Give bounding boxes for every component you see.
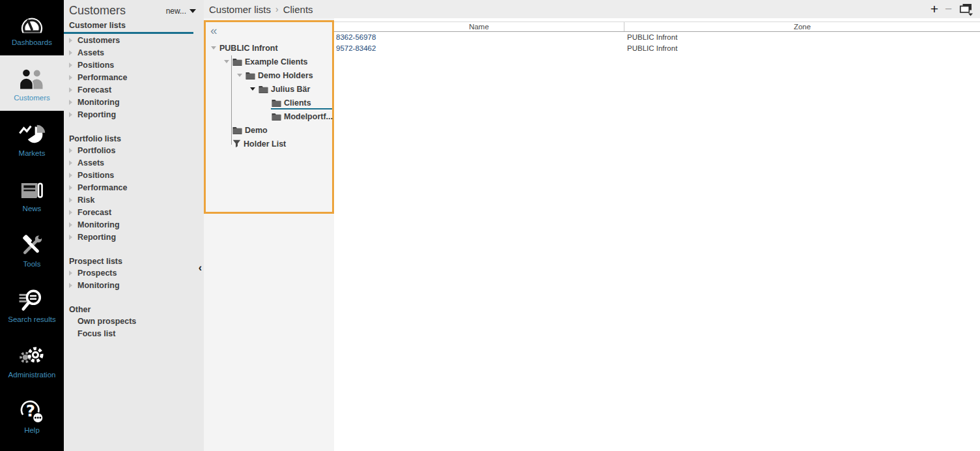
newspaper-icon bbox=[19, 176, 45, 203]
sidebar-item-forecast[interactable]: Forecast bbox=[69, 83, 204, 96]
nav-item-markets[interactable]: Markets bbox=[0, 111, 64, 166]
sidebar-item-label: Focus list bbox=[77, 329, 115, 338]
sidebar-item-monitoring[interactable]: Monitoring bbox=[69, 218, 204, 231]
sidebar-section-prospect-lists: Prospect listsProspectsMonitoring bbox=[69, 256, 204, 291]
tree-node-example-clients[interactable]: Example Clients bbox=[206, 55, 332, 68]
sidebar-item-label: Assets bbox=[77, 48, 104, 57]
tree-node-label: Clients bbox=[284, 98, 311, 108]
folder-icon bbox=[245, 72, 255, 80]
sidebar-item-monitoring[interactable]: Monitoring bbox=[69, 279, 204, 291]
sidebar-header: Customers new... bbox=[64, 0, 204, 19]
nav-item-help[interactable]: ? Help bbox=[0, 388, 64, 443]
sidebar-item-label: Reporting bbox=[77, 110, 116, 119]
stacked-windows-icon[interactable] bbox=[959, 3, 973, 16]
new-menu-button[interactable]: new... bbox=[166, 7, 196, 16]
folder-icon bbox=[232, 126, 242, 134]
tree-node-julius-b-r[interactable]: Julius Bär bbox=[206, 82, 332, 96]
expand-arrow-icon bbox=[69, 210, 77, 215]
minimize-button[interactable]: − bbox=[945, 3, 952, 16]
sidebar-item-customers[interactable]: Customers bbox=[69, 34, 204, 46]
sidebar-title: Customers bbox=[69, 4, 126, 18]
column-header-name[interactable]: Name bbox=[334, 22, 624, 31]
sidebar-item-assets[interactable]: Assets bbox=[69, 46, 204, 59]
gears-icon bbox=[18, 342, 46, 370]
collapse-panel-icon[interactable]: « bbox=[210, 23, 217, 38]
breadcrumb-separator-icon: › bbox=[271, 4, 283, 14]
cell-zone: PUBLIC Infront bbox=[624, 32, 980, 43]
nav-item-news[interactable]: News bbox=[0, 166, 64, 222]
sidebar-item-performance[interactable]: Performance bbox=[69, 181, 204, 194]
chevron-down-icon bbox=[189, 9, 196, 13]
sidebar-item-forecast[interactable]: Forecast bbox=[69, 206, 204, 218]
gauge-icon bbox=[19, 10, 45, 37]
expand-arrow-icon bbox=[69, 100, 77, 105]
breadcrumb: Customer lists › Clients bbox=[204, 4, 313, 15]
tree-node-demo[interactable]: Demo bbox=[206, 123, 332, 137]
sidebar-item-positions[interactable]: Positions bbox=[69, 169, 204, 181]
sidebar-collapse-handle[interactable]: ‹ bbox=[197, 262, 203, 274]
tree-node-label: Modelportf... bbox=[284, 112, 333, 121]
tree-node-demo-holders[interactable]: Demo Holders bbox=[206, 68, 332, 82]
sidebar-item-prospects[interactable]: Prospects bbox=[69, 267, 204, 279]
sidebar-item-risk[interactable]: Risk bbox=[69, 194, 204, 206]
sidebar-item-label: Monitoring bbox=[77, 281, 120, 290]
folder-tree: PUBLIC Infront Example Clients Demo Hold… bbox=[206, 41, 332, 151]
people-icon bbox=[18, 65, 46, 93]
nav-item-customers[interactable]: Customers bbox=[0, 55, 64, 111]
table-row[interactable]: 8362-56978PUBLIC Infront bbox=[334, 32, 980, 43]
table-row[interactable]: 9572-83462PUBLIC Infront bbox=[334, 43, 980, 54]
nav-item-search-results[interactable]: Search results bbox=[0, 277, 64, 332]
expander-triangle-icon[interactable] bbox=[250, 87, 259, 91]
sidebar-item-performance[interactable]: Performance bbox=[69, 71, 204, 83]
tree-node-holder-list[interactable]: Holder List bbox=[206, 137, 332, 151]
tree-node-public-infront[interactable]: PUBLIC Infront bbox=[206, 41, 332, 55]
add-window-button[interactable]: + bbox=[931, 3, 938, 16]
tree-node-label: Holder List bbox=[244, 139, 286, 149]
expand-arrow-icon bbox=[69, 38, 77, 43]
sidebar-item-reporting[interactable]: Reporting bbox=[69, 231, 204, 243]
nav-item-administration[interactable]: Administration bbox=[0, 332, 64, 388]
sidebar-item-portfolios[interactable]: Portfolios bbox=[69, 144, 204, 156]
expand-arrow-icon bbox=[69, 63, 77, 68]
sidebar-item-assets[interactable]: Assets bbox=[69, 156, 204, 169]
expander-triangle-icon[interactable] bbox=[224, 60, 232, 63]
column-header-zone[interactable]: Zone bbox=[624, 22, 980, 31]
breadcrumb-segment-clients[interactable]: Clients bbox=[283, 4, 313, 15]
expand-arrow-icon bbox=[69, 75, 77, 80]
nav-item-label: Dashboards bbox=[12, 38, 52, 46]
sidebar-item-positions[interactable]: Positions bbox=[69, 59, 204, 71]
section-heading: Prospect lists bbox=[69, 256, 204, 267]
tree-node-modelportf[interactable]: Modelportf... bbox=[206, 109, 332, 123]
expand-arrow-icon bbox=[69, 148, 77, 153]
table-header: Name Zone bbox=[334, 22, 980, 32]
tree-node-label: Example Clients bbox=[245, 57, 308, 66]
tree-node-label: Demo Holders bbox=[258, 71, 313, 80]
sidebar-item-label: Customers bbox=[77, 36, 120, 45]
sidebar-item-monitoring[interactable]: Monitoring bbox=[69, 96, 204, 108]
nav-item-label: Help bbox=[24, 426, 40, 434]
tree-panel: « PUBLIC Infront Example Clients Demo Ho… bbox=[204, 18, 334, 451]
cell-name[interactable]: 9572-83462 bbox=[334, 43, 624, 54]
tree-node-clients[interactable]: Clients bbox=[206, 96, 332, 109]
expand-arrow-icon bbox=[69, 173, 77, 178]
nav-item-tools[interactable]: Tools bbox=[0, 222, 64, 277]
results-table-area: Name Zone 8362-56978PUBLIC Infront9572-8… bbox=[334, 18, 980, 451]
sidebar-item-label: Risk bbox=[77, 196, 94, 205]
cell-name[interactable]: 8362-56978 bbox=[334, 32, 624, 43]
nav-item-dashboards[interactable]: Dashboards bbox=[0, 0, 64, 55]
breadcrumb-segment-customer-lists[interactable]: Customer lists bbox=[209, 4, 271, 15]
expander-triangle-icon[interactable] bbox=[237, 74, 245, 77]
pie-chart-icon bbox=[18, 121, 46, 148]
nav-item-label: News bbox=[23, 205, 42, 212]
sidebar-item-label: Forecast bbox=[77, 208, 111, 217]
sidebar-item-own-prospects[interactable]: Own prospects bbox=[69, 315, 204, 327]
sidebar-item-reporting[interactable]: Reporting bbox=[69, 108, 204, 121]
section-heading: Portfolio lists bbox=[69, 134, 204, 144]
section-heading: Customer lists bbox=[64, 20, 193, 34]
folder-icon bbox=[272, 99, 281, 107]
sidebar-item-focus-list[interactable]: Focus list bbox=[69, 327, 204, 340]
app-nav-rail: Dashboards Customers Markets News Tools bbox=[0, 0, 64, 451]
expander-triangle-icon[interactable] bbox=[211, 46, 219, 50]
sidebar-item-label: Forecast bbox=[77, 85, 111, 95]
highlighted-tree-container: « PUBLIC Infront Example Clients Demo Ho… bbox=[204, 20, 334, 214]
